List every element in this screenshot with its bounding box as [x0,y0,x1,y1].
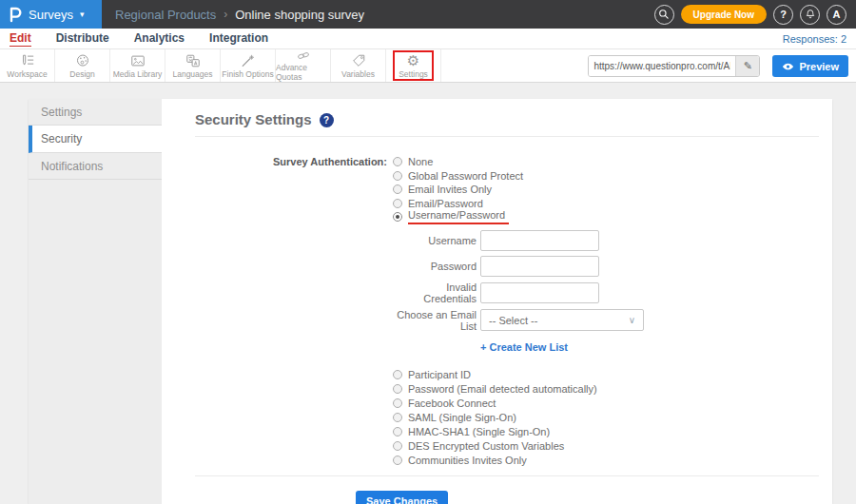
toolbar-item-languages[interactable]: Languages [165,49,221,82]
workspace-icon [19,53,36,68]
page-title: Security Settings [195,112,312,127]
content-card: Settings Security Notifications Security… [29,99,832,504]
radio-icon[interactable] [393,157,402,166]
tab-distribute[interactable]: Distribute [56,31,109,46]
auth-option-communities-invites[interactable]: Communities Invites Only [393,454,644,468]
tag-icon [350,53,367,68]
create-new-list-link[interactable]: + Create New List [480,341,568,353]
survey-url-input[interactable] [589,56,735,76]
survey-url-box: ✎ [588,55,760,77]
radio-icon[interactable] [393,427,402,436]
eye-icon [782,62,794,71]
sidebar-item-settings[interactable]: Settings [29,99,162,126]
radio-icon[interactable] [393,171,402,181]
save-changes-button[interactable]: Save Changes [356,491,448,504]
radio-icon[interactable] [393,184,402,194]
sidebar-item-notifications[interactable]: Notifications [29,153,162,180]
bell-icon [805,9,816,20]
radio-icon[interactable] [393,413,402,422]
radio-icon[interactable] [393,199,402,208]
auth-option-participant-id[interactable]: Participant ID [393,368,644,382]
toolbar-item-settings[interactable]: ⚙ Settings [386,49,441,82]
username-label: Username [393,235,477,246]
auth-option-hmac-sha1[interactable]: HMAC-SHA1 (Single Sign-On) [393,425,644,439]
breadcrumb-separator-icon: › [224,8,227,21]
upgrade-now-button[interactable]: Upgrade Now [681,5,767,24]
chevron-down-icon: ▾ [80,10,85,19]
toolbar-item-media-library[interactable]: Media Library [110,49,165,82]
auth-option-global-password[interactable]: Global Password Protect [393,169,644,184]
responses-count[interactable]: Responses: 2 [783,33,846,45]
breadcrumb-folder[interactable]: Regional Products [115,8,216,22]
selected-option-annotation: Username/Password [408,209,509,224]
pencil-icon: ✎ [744,60,752,72]
auth-option-email-password[interactable]: Email/Password [393,197,644,211]
username-field[interactable] [480,230,599,251]
chevron-down-icon: ∨ [629,315,635,325]
search-button[interactable] [654,5,674,25]
preview-button[interactable]: Preview [772,55,848,77]
auth-option-facebook-connect[interactable]: Facebook Connect [393,397,644,411]
notifications-button[interactable] [800,5,820,25]
auth-option-none[interactable]: None [393,155,644,169]
toolbar-item-advance-quotas[interactable]: Advance Quotas [276,49,331,82]
title-divider [195,136,819,137]
surveys-menu[interactable]: Surveys ▾ [0,0,102,29]
toolbar-item-variables[interactable]: Variables [331,49,386,82]
radio-icon[interactable] [393,441,402,451]
auth-option-des-encrypted[interactable]: DES Encrypted Custom Variables [393,439,644,454]
tab-edit[interactable]: Edit [10,31,31,47]
settings-sidebar: Settings Security Notifications [29,99,162,504]
help-circle-icon[interactable]: ? [320,113,334,127]
invalid-credentials-label: Invalid Credentials [393,281,477,304]
gear-icon: ⚙ [407,53,419,68]
toolbar-item-finish-options[interactable]: Finish Options [221,49,276,82]
surveys-menu-label: Surveys [29,8,73,22]
radio-icon[interactable] [393,398,402,408]
avatar[interactable]: A [827,5,846,25]
search-icon [658,9,670,20]
tab-integration[interactable]: Integration [209,31,268,46]
toolbar-right: ✎ Preview [588,55,848,77]
password-label: Password [393,261,477,272]
edit-url-button[interactable]: ✎ [735,56,759,76]
sidebar-item-security[interactable]: Security [29,126,162,153]
survey-tabs: Edit Distribute Analytics Integration Re… [0,29,856,49]
auth-option-email-invites[interactable]: Email Invites Only [393,183,644,197]
translate-icon [185,53,202,68]
survey-authentication-label: Survey Authentication: [195,155,387,468]
radio-icon[interactable] [393,456,402,465]
email-list-label: Choose an Email List [393,309,477,332]
radio-icon[interactable] [393,384,402,394]
auth-option-saml[interactable]: SAML (Single Sign-On) [393,411,644,425]
radio-icon[interactable] [393,370,402,379]
magic-wand-icon [240,53,257,68]
topbar: Surveys ▾ Regional Products › Online sho… [0,0,856,29]
toolbar-item-workspace[interactable]: Workspace [0,49,55,82]
invalid-credentials-field[interactable] [480,282,599,303]
security-settings-panel: Security Settings ? Survey Authenticatio… [162,99,832,504]
auth-option-password-email-auto[interactable]: Password (Email detected automatically) [393,382,644,397]
app-window: Surveys ▾ Regional Products › Online sho… [0,0,856,504]
radio-selected-icon[interactable] [393,212,402,222]
questionpro-logo [8,6,23,23]
auth-option-username-password[interactable]: Username/Password [393,210,644,224]
breadcrumb: Regional Products › Online shopping surv… [115,8,364,22]
palette-icon [74,53,91,68]
help-button[interactable]: ? [773,5,793,25]
chain-links-icon [295,49,312,62]
password-field[interactable] [480,256,599,277]
edit-toolbar: Workspace Design Media Library [0,49,856,83]
topbar-actions: Upgrade Now ? A [654,0,846,29]
toolbar-item-design[interactable]: Design [55,49,110,82]
image-icon [129,53,146,68]
breadcrumb-current: Online shopping survey [235,8,364,22]
tab-analytics[interactable]: Analytics [134,31,185,46]
email-list-select[interactable]: -- Select -- ∨ [480,309,644,331]
footer-divider [195,475,819,476]
